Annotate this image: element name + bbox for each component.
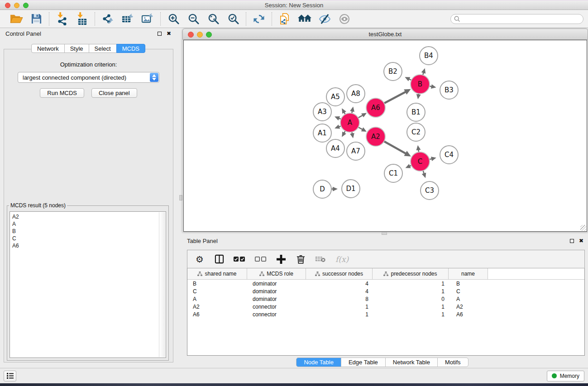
export-table-icon[interactable] [120, 12, 135, 26]
cell-name[interactable]: A [449, 295, 488, 303]
cell-predecessor-nodes[interactable]: 1 [373, 310, 449, 318]
cell-shared-name[interactable]: C [187, 287, 247, 295]
cell-successor-nodes[interactable]: 8 [306, 295, 373, 303]
select-all-icon[interactable] [234, 256, 245, 262]
network-canvas[interactable]: AA1A2A3A4A5A6A7A8BB1B2B3B4CC1C2C3C4DD1 [183, 40, 587, 232]
first-neighbors-icon[interactable] [297, 12, 312, 26]
import-network-icon[interactable] [55, 12, 69, 26]
deselect-all-icon[interactable] [255, 256, 267, 262]
cell-shared-name[interactable]: A [187, 295, 247, 303]
cell-shared-name[interactable]: A6 [187, 310, 247, 318]
import-table-icon[interactable] [75, 12, 89, 26]
float-panel-icon[interactable] [158, 32, 162, 36]
cell-MCDS-role[interactable]: connector [247, 310, 306, 318]
graph-node-label: B4 [424, 52, 433, 60]
cell-MCDS-role[interactable]: connector [247, 303, 306, 310]
column-view-icon[interactable] [214, 254, 224, 264]
hierarchy-icon [197, 272, 202, 276]
close-network-button[interactable] [188, 32, 194, 38]
cell-predecessor-nodes[interactable]: 1 [373, 287, 449, 295]
save-session-icon[interactable] [29, 12, 43, 26]
result-item[interactable]: B [12, 228, 166, 235]
cell-MCDS-role[interactable]: dominator [247, 280, 306, 287]
memory-status-icon [552, 373, 557, 378]
zoom-fit-icon[interactable] [206, 12, 220, 26]
cell-predecessor-nodes[interactable]: 1 [373, 303, 449, 310]
table-settings-icon[interactable]: ⚙ [195, 255, 205, 264]
tab-select[interactable]: Select [89, 44, 117, 53]
close-panel-icon[interactable]: ✖ [167, 31, 171, 36]
cell-MCDS-role[interactable]: dominator [247, 295, 306, 303]
cell-name[interactable]: A2 [449, 303, 488, 310]
function-builder-icon[interactable]: f(x) [335, 255, 349, 264]
tab-motifs[interactable]: Motifs [437, 357, 468, 367]
resize-grip[interactable] [580, 225, 586, 231]
float-panel-icon[interactable] [570, 239, 574, 243]
column-header-MCDS-role[interactable]: MCDS role [247, 268, 306, 279]
tab-network[interactable]: Network [31, 44, 65, 53]
cell-successor-nodes[interactable]: 1 [306, 310, 373, 318]
export-image-icon[interactable] [140, 12, 155, 26]
close-panel-button[interactable]: Close panel [91, 88, 137, 98]
network-graph[interactable]: AA1A2A3A4A5A6A7A8BB1B2B3B4CC1C2C3C4DD1 [184, 40, 587, 231]
tab-network-table[interactable]: Network Table [385, 357, 438, 367]
open-session-icon[interactable] [9, 12, 24, 26]
maximize-network-button[interactable] [206, 32, 212, 38]
cell-name[interactable]: C [449, 287, 488, 295]
maximize-window-button[interactable] [23, 3, 29, 8]
zoom-in-icon[interactable] [166, 12, 181, 26]
cell-shared-name[interactable]: A2 [187, 303, 247, 310]
table-row[interactable]: Bdominator41B [187, 280, 584, 287]
close-window-button[interactable] [5, 3, 10, 8]
column-header-predecessor-nodes[interactable]: predecessor nodes [373, 268, 449, 279]
cell-successor-nodes[interactable]: 1 [306, 303, 373, 310]
tab-mcds[interactable]: MCDS [116, 44, 145, 53]
table-row[interactable]: A2connector11A2 [187, 303, 584, 310]
splitter-handle[interactable] [179, 195, 182, 200]
column-header-name[interactable]: name [449, 268, 488, 279]
graph-edge-A2-C[interactable] [384, 141, 406, 154]
export-network-icon[interactable] [100, 12, 115, 26]
cell-name[interactable]: B [449, 280, 488, 287]
minimize-window-button[interactable] [14, 3, 19, 8]
criterion-dropdown[interactable]: largest connected component (directed) [18, 72, 159, 83]
mcds-result-list[interactable]: A2ABCA6 [10, 211, 166, 358]
cell-shared-name[interactable]: B [187, 280, 247, 287]
graph-edge-A6-B[interactable] [384, 91, 406, 103]
cell-successor-nodes[interactable]: 4 [306, 280, 373, 287]
hide-selected-icon[interactable] [317, 12, 332, 26]
cell-predecessor-nodes[interactable]: 1 [373, 280, 449, 287]
close-panel-icon[interactable]: ✖ [579, 238, 583, 243]
refresh-icon[interactable] [252, 12, 266, 26]
search-input[interactable] [463, 16, 580, 22]
task-history-button[interactable] [4, 371, 16, 381]
zoom-out-icon[interactable] [186, 12, 201, 26]
run-mcds-button[interactable]: Run MCDS [40, 88, 84, 98]
memory-button[interactable]: Memory [547, 371, 584, 381]
table-row[interactable]: Cdominator41C [187, 287, 584, 295]
add-column-icon[interactable] [276, 255, 286, 264]
show-all-icon[interactable] [337, 12, 352, 26]
minimize-network-button[interactable] [197, 32, 203, 38]
scrollbar[interactable] [159, 212, 165, 357]
delete-column-icon[interactable] [296, 254, 306, 264]
table-row[interactable]: Adominator80A [187, 295, 584, 303]
column-header-successor-nodes[interactable]: successor nodes [306, 268, 373, 279]
cell-name[interactable]: A6 [449, 310, 488, 318]
result-item[interactable]: A [12, 220, 166, 228]
column-header-shared-name[interactable]: shared name [187, 268, 247, 279]
result-item[interactable]: A6 [12, 242, 166, 249]
tab-node-table[interactable]: Node Table [296, 357, 341, 367]
table-row[interactable]: A6connector11A6 [187, 310, 584, 318]
result-item[interactable]: C [12, 235, 166, 242]
cell-MCDS-role[interactable]: dominator [247, 287, 306, 295]
delete-table-icon[interactable] [315, 256, 326, 262]
cell-successor-nodes[interactable]: 4 [306, 287, 373, 295]
search-box[interactable] [450, 14, 583, 24]
zoom-selected-icon[interactable] [226, 12, 240, 26]
result-item[interactable]: A2 [12, 213, 166, 220]
cell-predecessor-nodes[interactable]: 0 [373, 295, 449, 303]
tab-style[interactable]: Style [64, 44, 89, 53]
duplicate-network-icon[interactable] [277, 12, 292, 26]
tab-edge-table[interactable]: Edge Table [341, 357, 386, 367]
